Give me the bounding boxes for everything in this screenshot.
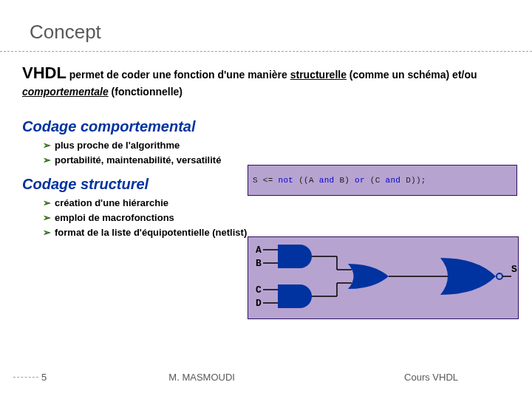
code-box: S <= not ((A and B) or (C and D)); (248, 165, 517, 196)
code-not: not (279, 176, 294, 185)
code-p3: (C (365, 176, 386, 185)
code-p2: B) (334, 176, 355, 185)
nor-gate-icon (440, 258, 496, 295)
list-item-label: plus proche de l'algorithme (55, 140, 180, 151)
code-and2: and (386, 176, 401, 185)
not-bubble-icon (497, 273, 502, 279)
list-item-label: portabilité, maintenabilité, versatilité (55, 154, 221, 166)
list-item: ➢création d'une hiérarchie (43, 197, 510, 208)
list-item-label: création d'une hiérarchie (55, 197, 168, 208)
title-divider (0, 51, 532, 52)
vhdl-keyword: VHDL (22, 64, 66, 82)
intro-structurelle: structurelle (290, 69, 347, 81)
footer-presenter: M. MASMOUDI (13, 372, 391, 383)
and-gate-icon (278, 245, 312, 268)
or-gate-icon (348, 264, 389, 289)
bullet-arrow-icon: ➢ (43, 212, 51, 223)
intro-paragraph: VHDL permet de coder une fonction d'une … (22, 62, 510, 99)
code-s: S (253, 176, 263, 185)
label-d: D (256, 298, 262, 309)
intro-mid: (comme un schéma) et/ou (347, 69, 477, 81)
list-item: ➢plus proche de l'algorithme (43, 140, 510, 151)
section1-list: ➢plus proche de l'algorithme ➢portabilit… (43, 140, 510, 166)
code-p1: ((A (293, 176, 319, 185)
list-item: ➢emploi de macrofonctions (43, 212, 510, 223)
code-line: S <= not ((A and B) or (C and D)); (253, 176, 426, 185)
intro-comportementale: comportementale (22, 86, 109, 98)
list-item-label: format de la liste d'équipotentielle (ne… (55, 227, 247, 238)
bullet-arrow-icon: ➢ (43, 197, 51, 208)
footer: 5 M. MASMOUDI Cours VHDL (0, 372, 532, 383)
code-or: or (355, 176, 365, 185)
slide-title: Concept (30, 21, 510, 44)
footer-course: Cours VHDL (404, 372, 458, 383)
section2-list: ➢création d'une hiérarchie ➢emploi de ma… (43, 197, 510, 238)
code-p4: D)); (400, 176, 426, 185)
logic-diagram: A B C D S (248, 236, 519, 319)
label-s: S (511, 264, 517, 275)
label-a: A (256, 245, 262, 256)
intro-post: (fonctionnelle) (109, 86, 183, 98)
label-b: B (256, 258, 262, 269)
bullet-arrow-icon: ➢ (43, 154, 51, 166)
code-assign: <= (263, 176, 279, 185)
list-item-label: emploi de macrofonctions (55, 212, 174, 223)
label-c: C (256, 284, 262, 296)
section1-head: Codage comportemental (22, 118, 510, 135)
bullet-arrow-icon: ➢ (43, 227, 51, 238)
bullet-arrow-icon: ➢ (43, 140, 51, 151)
and-gate-icon (278, 284, 312, 308)
intro-pre: permet de coder une fonction d'une maniè… (66, 69, 290, 81)
code-and1: and (319, 176, 335, 185)
